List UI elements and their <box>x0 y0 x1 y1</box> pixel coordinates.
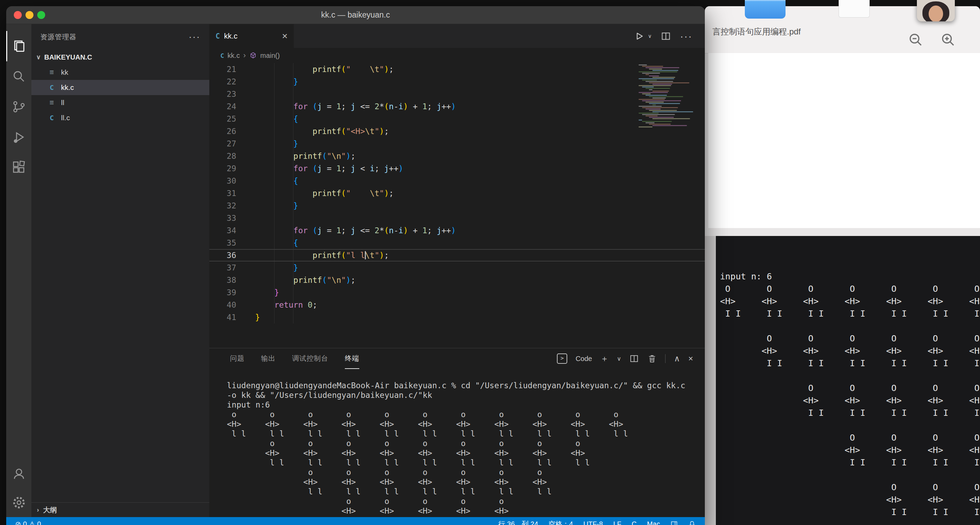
line-number[interactable]: 31 <box>209 187 236 200</box>
panel-tab-0[interactable]: 问题 <box>230 348 245 368</box>
run-debug-icon[interactable] <box>6 122 31 152</box>
editor-more-icon[interactable]: ··· <box>680 30 692 42</box>
status-item-1[interactable]: 空格：4 <box>549 520 573 525</box>
file-item-ll[interactable]: ≡ll <box>31 95 209 110</box>
code-editor[interactable]: 21 printf(" \t");22 }2324 for (j = 1; j … <box>209 63 705 343</box>
terminal-dropdown-icon[interactable]: ∨ <box>617 355 621 362</box>
desktop-document-icon[interactable] <box>838 0 870 17</box>
breadcrumb[interactable]: C kk.c › main() <box>209 48 705 63</box>
desktop-folder-icon[interactable] <box>745 0 786 19</box>
minimap[interactable] <box>639 64 696 128</box>
maximize-panel-icon[interactable]: ∧ <box>674 354 680 363</box>
status-item-5[interactable]: Mac <box>647 520 660 525</box>
split-terminal-icon[interactable] <box>629 354 639 363</box>
close-panel-icon[interactable]: × <box>688 354 693 363</box>
terminal-output-text[interactable]: liudengyan@liudengyandeMacBook-Air baike… <box>227 381 685 517</box>
code-line-39[interactable]: 39 } <box>209 286 705 299</box>
search-icon[interactable] <box>6 61 31 92</box>
status-item-0[interactable]: 行 36，列 24 <box>498 520 538 525</box>
file-item-ll-c[interactable]: Cll.c <box>31 110 209 125</box>
minimap-line <box>649 110 677 111</box>
source-control-icon[interactable] <box>6 92 31 122</box>
code-line-21[interactable]: 21 printf(" \t"); <box>209 63 705 75</box>
minimap-line <box>649 96 683 97</box>
code-line-36[interactable]: 36 printf("l l\t"); <box>209 249 705 262</box>
line-number[interactable]: 21 <box>209 63 236 75</box>
terminal-profile-label[interactable]: Code <box>576 355 592 363</box>
code-line-33[interactable]: 33 <box>209 212 705 224</box>
code-line-29[interactable]: 29 for (j = 1; j < i; j++) <box>209 162 705 174</box>
code-line-26[interactable]: 26 printf("<H>\t"); <box>209 125 705 138</box>
workspace-section[interactable]: ∨ BAIKEYUAN.C <box>31 49 209 65</box>
status-item-3[interactable]: LF <box>613 520 621 525</box>
line-number[interactable]: 35 <box>209 237 236 249</box>
explorer-icon[interactable] <box>6 31 31 61</box>
line-number[interactable]: 26 <box>209 125 236 138</box>
code-line-34[interactable]: 34 for (j = 1; j <= 2*(n-i) + 1; j++) <box>209 224 705 237</box>
outline-section[interactable]: › 大纲 <box>31 502 209 517</box>
line-number[interactable]: 34 <box>209 224 236 237</box>
extensions-icon[interactable] <box>6 152 31 182</box>
line-number[interactable]: 33 <box>209 212 236 224</box>
line-number[interactable]: 39 <box>209 286 236 299</box>
line-number[interactable]: 27 <box>209 138 236 150</box>
line-number[interactable]: 38 <box>209 274 236 286</box>
code-line-40[interactable]: 40 return 0; <box>209 299 705 311</box>
new-terminal-icon[interactable]: ＋ <box>600 353 609 364</box>
line-number[interactable]: 25 <box>209 113 236 125</box>
line-number[interactable]: 30 <box>209 174 236 187</box>
zoom-out-icon[interactable] <box>908 32 923 48</box>
code-line-38[interactable]: 38 printf("\n"); <box>209 274 705 286</box>
editor-layout-icon[interactable] <box>670 520 678 525</box>
settings-gear-icon[interactable] <box>6 488 31 517</box>
code-line-35[interactable]: 35 { <box>209 237 705 249</box>
run-dropdown-icon[interactable]: ∨ <box>648 33 652 39</box>
line-number[interactable]: 22 <box>209 75 236 88</box>
tab-kkc[interactable]: C kk.c × <box>209 24 294 48</box>
minimap-line <box>646 102 664 103</box>
kill-terminal-trash-icon[interactable] <box>647 354 657 363</box>
line-text: { <box>255 174 298 187</box>
minimap-line <box>649 124 671 125</box>
panel-tab-3[interactable]: 终端 <box>345 348 359 369</box>
file-item-kk[interactable]: ≡kk <box>31 65 209 80</box>
titlebar[interactable]: kk.c — baikeyuan.c <box>6 6 705 24</box>
split-editor-icon[interactable] <box>661 31 671 41</box>
breadcrumb-file[interactable]: kk.c <box>228 52 240 60</box>
line-number[interactable]: 28 <box>209 150 236 162</box>
problems-status[interactable]: ⊘ 0 ⚠ 0 <box>15 520 41 525</box>
sidebar-title: 资源管理器 <box>40 32 76 42</box>
line-number[interactable]: 41 <box>209 311 236 324</box>
line-number[interactable]: 40 <box>209 299 236 311</box>
code-line-28[interactable]: 28 printf("\n"); <box>209 150 705 162</box>
code-line-24[interactable]: 24 for (j = 1; j <= 2*(n-i) + 1; j++) <box>209 100 705 113</box>
line-number[interactable]: 24 <box>209 100 236 113</box>
minimap-line <box>649 68 662 70</box>
line-number[interactable]: 32 <box>209 200 236 212</box>
code-line-37[interactable]: 37 } <box>209 262 705 274</box>
panel-tab-2[interactable]: 调试控制台 <box>292 348 328 368</box>
line-number[interactable]: 37 <box>209 262 236 274</box>
status-item-4[interactable]: C <box>632 520 636 525</box>
line-number[interactable]: 23 <box>209 88 236 100</box>
code-line-27[interactable]: 27 } <box>209 138 705 150</box>
notifications-bell-icon[interactable] <box>688 520 696 525</box>
sidebar-more-icon[interactable]: ··· <box>189 31 200 42</box>
run-file-icon[interactable] <box>634 31 644 41</box>
code-line-22[interactable]: 22 } <box>209 75 705 88</box>
panel-tab-1[interactable]: 输出 <box>261 348 275 368</box>
line-number[interactable]: 36 <box>209 250 236 261</box>
code-line-23[interactable]: 23 <box>209 88 705 100</box>
code-line-30[interactable]: 30 { <box>209 174 705 187</box>
code-line-32[interactable]: 32 } <box>209 200 705 212</box>
close-tab-icon[interactable]: × <box>282 31 288 41</box>
code-line-25[interactable]: 25 { <box>209 113 705 125</box>
account-icon[interactable] <box>6 459 31 488</box>
breadcrumb-symbol[interactable]: main() <box>260 52 280 60</box>
line-number[interactable]: 29 <box>209 162 236 174</box>
code-line-41[interactable]: 41} <box>209 311 705 324</box>
zoom-in-icon[interactable] <box>940 32 956 48</box>
code-line-31[interactable]: 31 printf(" \t"); <box>209 187 705 200</box>
file-item-kk-c[interactable]: Ckk.c <box>31 80 209 95</box>
status-item-2[interactable]: UTF-8 <box>584 520 603 525</box>
